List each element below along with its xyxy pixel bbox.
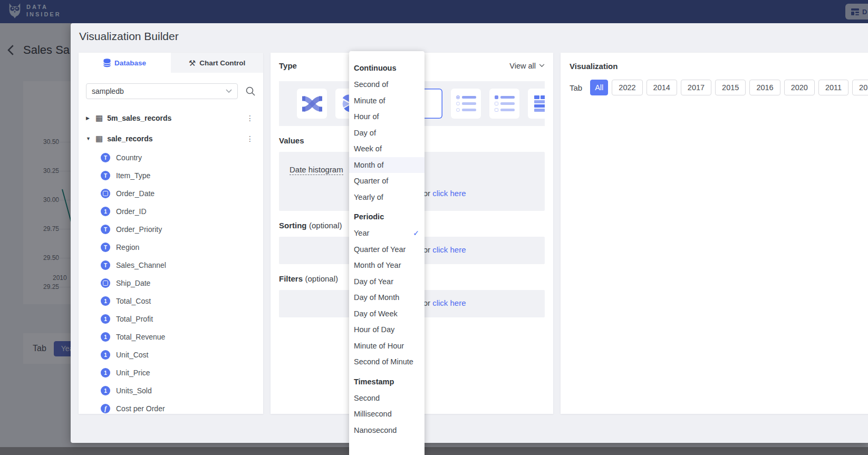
table-row[interactable]: ▶▦5m_sales_records⋮ bbox=[86, 108, 256, 128]
dropdown-item[interactable]: Quarter of Year bbox=[349, 241, 425, 258]
dropdown-item[interactable]: Day of Month bbox=[349, 289, 425, 306]
dashboard-icon bbox=[851, 8, 859, 16]
database-select[interactable]: sampledb bbox=[86, 83, 238, 99]
dropdown-item[interactable]: Quarter of bbox=[349, 173, 425, 189]
table-header-row bbox=[534, 95, 545, 99]
background-bottom-strip bbox=[0, 447, 868, 455]
dropdown-group-header: Periodic bbox=[349, 209, 425, 225]
click-here-link[interactable]: click here bbox=[432, 298, 466, 307]
field-name: Cost per Order bbox=[116, 404, 165, 413]
dropdown-item[interactable]: Minute of bbox=[349, 93, 425, 109]
dropdown-item[interactable]: Hour of Day bbox=[349, 322, 425, 338]
dropdown-item[interactable]: Second bbox=[349, 390, 425, 406]
field-row[interactable]: 1Unit_Price bbox=[86, 364, 256, 382]
table-row-bar bbox=[534, 104, 545, 108]
caret-down-icon[interactable]: ▼ bbox=[86, 136, 91, 141]
field-row[interactable]: Ship_Date bbox=[86, 274, 256, 292]
dropdown-item[interactable]: Week of bbox=[349, 141, 425, 157]
app-logo[interactable]: DATA INSIDER bbox=[7, 2, 61, 19]
field-row[interactable]: TCountry bbox=[86, 149, 256, 167]
cell bbox=[534, 95, 539, 99]
chart-type-tile-multi-choice-list[interactable] bbox=[489, 89, 519, 119]
dropdown-item-label: Quarter of Year bbox=[354, 241, 406, 258]
number-field-icon: 1 bbox=[101, 368, 110, 377]
dropdown-item-label: Quarter of bbox=[354, 173, 388, 189]
table-icon: ▦ bbox=[95, 114, 103, 122]
tab-chart-control-label: Chart Control bbox=[199, 59, 245, 67]
field-row[interactable]: 1Total_Profit bbox=[86, 310, 256, 328]
bar-glyph bbox=[462, 96, 476, 99]
viz-tab-2022[interactable]: 2022 bbox=[612, 80, 642, 95]
function-field-icon: f bbox=[101, 404, 110, 413]
kebab-menu-icon[interactable]: ⋮ bbox=[246, 134, 256, 143]
dropdown-item[interactable]: Hour of bbox=[349, 109, 425, 125]
viz-tab-2020[interactable]: 2020 bbox=[784, 80, 815, 95]
dropdown-item[interactable]: Second of bbox=[349, 76, 425, 93]
field-name: Total_Revenue bbox=[116, 333, 165, 341]
dropdown-item[interactable]: Day of Year bbox=[349, 274, 425, 290]
click-here-link[interactable]: click here bbox=[432, 189, 466, 198]
brand-line1: DATA bbox=[26, 3, 61, 11]
viz-tab-all[interactable]: All bbox=[590, 80, 608, 95]
tab-database[interactable]: Database bbox=[79, 53, 171, 73]
chart-type-tile-sankey[interactable] bbox=[297, 89, 327, 119]
bar-glyph bbox=[462, 109, 476, 111]
field-row[interactable]: 1Units_Sold bbox=[86, 382, 256, 400]
dropdown-item[interactable]: Nanosecond bbox=[349, 422, 425, 439]
viz-tab-2019[interactable]: 2019 bbox=[852, 80, 868, 95]
dropdown-item-label: Month of Year bbox=[354, 257, 401, 274]
dropdown-item[interactable]: Month of Year bbox=[349, 257, 425, 274]
tab-row-label: Tab bbox=[570, 83, 582, 92]
search-button[interactable] bbox=[245, 86, 256, 96]
dropdown-item-label: Day of Week bbox=[354, 306, 398, 322]
field-row[interactable]: TOrder_Priority bbox=[86, 220, 256, 238]
field-name: Sales_Channel bbox=[116, 261, 166, 269]
kebab-menu-icon[interactable]: ⋮ bbox=[246, 114, 256, 122]
viz-tab-2011[interactable]: 2011 bbox=[818, 80, 848, 95]
dropdown-item[interactable]: Month of bbox=[349, 157, 425, 173]
schema-tree: ▶▦5m_sales_records⋮▼▦sale_records⋮TCount… bbox=[86, 108, 256, 414]
chart-type-tile-single-choice-list[interactable] bbox=[451, 89, 481, 119]
dashboard-button[interactable]: D bbox=[845, 4, 868, 20]
filters-optional-suffix: (optional) bbox=[305, 274, 338, 283]
date-histogram-link[interactable]: Date histogram bbox=[290, 165, 343, 175]
dropdown-item[interactable]: Yearly of bbox=[349, 189, 425, 206]
field-row[interactable]: fCost per Order bbox=[86, 400, 256, 414]
text-field-icon: T bbox=[101, 225, 110, 234]
field-row[interactable]: TSales_Channel bbox=[86, 256, 256, 274]
field-row[interactable]: 1Unit_Cost bbox=[86, 346, 256, 364]
view-all-button[interactable]: View all bbox=[509, 62, 545, 70]
field-row[interactable]: 1Total_Cost bbox=[86, 292, 256, 310]
field-row[interactable]: Order_Date bbox=[86, 185, 256, 202]
date-glyph bbox=[103, 280, 108, 286]
click-here-link[interactable]: click here bbox=[432, 245, 466, 254]
chart-type-tile-data-table[interactable] bbox=[528, 89, 545, 119]
bar-glyph bbox=[500, 96, 515, 99]
viz-tab-2014[interactable]: 2014 bbox=[647, 80, 677, 95]
list-row bbox=[495, 108, 515, 112]
bar-glyph bbox=[500, 102, 515, 105]
dropdown-item-label: Day of Month bbox=[354, 289, 399, 306]
field-name: Order_Date bbox=[116, 189, 155, 198]
field-row[interactable]: 1Total_Revenue bbox=[86, 328, 256, 346]
text-field-icon: T bbox=[101, 171, 110, 180]
viz-tab-2015[interactable]: 2015 bbox=[715, 80, 746, 95]
number-field-icon: 1 bbox=[101, 350, 110, 360]
dropdown-item-label: Year bbox=[354, 225, 369, 241]
brand-text: DATA INSIDER bbox=[26, 3, 61, 18]
field-row[interactable]: 1Order_ID bbox=[86, 202, 256, 220]
dropdown-item[interactable]: Year✓ bbox=[349, 225, 425, 241]
type-section-label: Type bbox=[279, 61, 297, 70]
dropdown-item[interactable]: Minute of Hour bbox=[349, 338, 425, 354]
caret-right-icon[interactable]: ▶ bbox=[86, 115, 91, 121]
field-row[interactable]: TItem_Type bbox=[86, 167, 256, 185]
dropdown-item[interactable]: Day of Week bbox=[349, 306, 425, 322]
viz-tab-2017[interactable]: 2017 bbox=[681, 80, 711, 95]
field-row[interactable]: TRegion bbox=[86, 238, 256, 256]
dropdown-item[interactable]: Millisecond bbox=[349, 406, 425, 422]
tab-chart-control[interactable]: ⚒ Chart Control bbox=[171, 53, 263, 73]
dropdown-item[interactable]: Day of bbox=[349, 125, 425, 141]
table-row[interactable]: ▼▦sale_records⋮ bbox=[86, 128, 256, 149]
dropdown-item[interactable]: Second of Minute bbox=[349, 354, 425, 370]
viz-tab-2016[interactable]: 2016 bbox=[749, 80, 780, 95]
